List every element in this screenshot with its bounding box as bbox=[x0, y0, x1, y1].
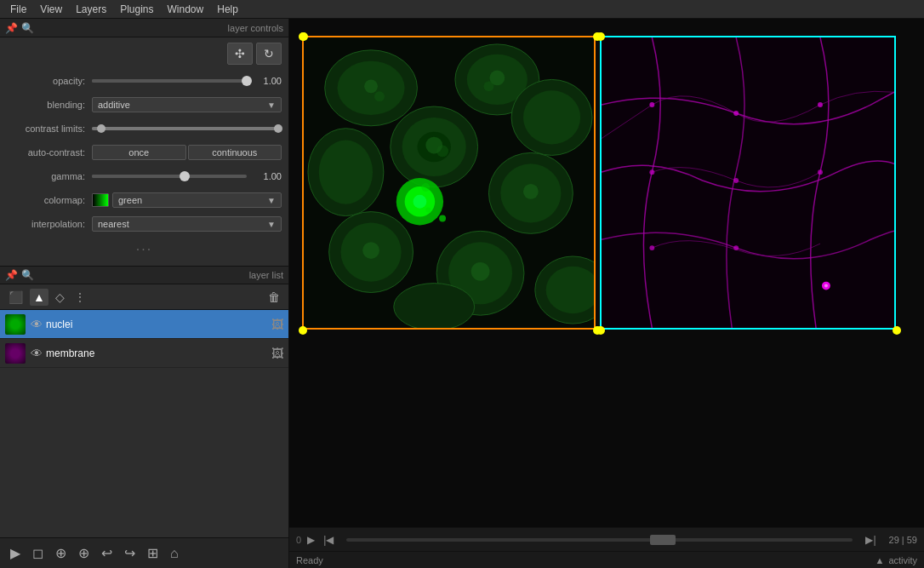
svg-point-42 bbox=[818, 169, 823, 175]
handle-tl-membrane[interactable] bbox=[596, 32, 605, 41]
layer-visibility-nuclei[interactable]: 👁 bbox=[31, 318, 43, 331]
layer-item-membrane[interactable]: 👁 membrane 🖼 bbox=[0, 339, 288, 368]
svg-point-27 bbox=[364, 79, 378, 93]
contrast-thumb-right[interactable] bbox=[274, 124, 282, 133]
activity-label: activity bbox=[888, 555, 917, 565]
layer-thumb-nuclei bbox=[5, 314, 26, 335]
canvas-area[interactable] bbox=[289, 19, 924, 527]
new-layer-button[interactable]: ◻ bbox=[29, 543, 47, 563]
colormap-dropdown-arrow: ▼ bbox=[267, 196, 276, 205]
svg-point-38 bbox=[733, 111, 739, 116]
layer-list-pin-icon[interactable]: 📌 bbox=[5, 269, 18, 281]
svg-point-34 bbox=[362, 242, 379, 259]
handle-bl-membrane[interactable] bbox=[596, 326, 605, 335]
more-options-button[interactable]: ⋮ bbox=[71, 290, 88, 305]
interpolation-row: interpolation: nearest ▼ bbox=[7, 215, 282, 233]
blending-row: blending: additive ▼ bbox=[7, 95, 282, 114]
layer-controls-pin-icon[interactable]: 📌 bbox=[5, 22, 18, 34]
gamma-slider[interactable] bbox=[92, 175, 247, 178]
canvas-playback-bar: 0 ▶ |◀ ▶| 29 | 59 bbox=[289, 527, 924, 551]
menu-plugins[interactable]: Plugins bbox=[113, 2, 160, 17]
menu-file[interactable]: File bbox=[3, 2, 33, 17]
nuclei-visualization bbox=[304, 37, 594, 328]
svg-point-23 bbox=[413, 195, 426, 209]
menu-layers[interactable]: Layers bbox=[69, 2, 113, 17]
auto-contrast-once-button[interactable]: once bbox=[92, 145, 186, 160]
layer-controls-search-icon[interactable]: 🔍 bbox=[21, 22, 34, 34]
menu-help[interactable]: Help bbox=[210, 2, 245, 17]
contrast-row: contrast limits: bbox=[7, 119, 282, 138]
step-end-button[interactable]: ▶| bbox=[863, 532, 878, 548]
controls-top-buttons: ✣ ↻ bbox=[7, 43, 282, 65]
console-button[interactable]: ▶ bbox=[7, 543, 24, 563]
delete-layer-button[interactable]: 🗑 bbox=[265, 289, 283, 306]
frame-position-indicator bbox=[650, 535, 676, 545]
menu-view[interactable]: View bbox=[33, 2, 69, 17]
contrast-slider[interactable] bbox=[92, 127, 282, 130]
colormap-value: green bbox=[118, 195, 142, 205]
grid-button[interactable]: ⊞ bbox=[144, 543, 162, 563]
interpolation-label: interpolation: bbox=[7, 219, 92, 229]
frame-slider[interactable] bbox=[346, 538, 853, 542]
blending-value: additive bbox=[98, 100, 130, 110]
layer-expand-nuclei[interactable]: 🖼 bbox=[271, 318, 283, 331]
step-back-button[interactable]: |◀ bbox=[321, 532, 336, 548]
layer-visibility-membrane[interactable]: 👁 bbox=[31, 347, 43, 360]
frame-number-start: 0 bbox=[296, 535, 301, 545]
new-shapes-button[interactable]: ⊕ bbox=[75, 543, 93, 563]
svg-point-35 bbox=[471, 262, 490, 281]
layer-list-header: 📌 🔍 layer list bbox=[0, 266, 288, 284]
new-points-button[interactable]: ⊕ bbox=[52, 543, 70, 563]
svg-point-43 bbox=[649, 245, 654, 250]
redo-button[interactable]: ↪ bbox=[121, 543, 139, 563]
auto-contrast-label: auto-contrast: bbox=[7, 147, 92, 158]
interpolation-dropdown[interactable]: nearest ▼ bbox=[92, 216, 282, 232]
layer-expand-membrane[interactable]: 🖼 bbox=[271, 347, 283, 360]
auto-contrast-row: auto-contrast: once continuous bbox=[7, 143, 282, 162]
svg-point-32 bbox=[436, 146, 448, 158]
menu-window[interactable]: Window bbox=[161, 2, 211, 17]
svg-point-46 bbox=[824, 284, 828, 288]
handle-tr-membrane[interactable] bbox=[299, 32, 308, 41]
add-points-tool[interactable]: ⬛ bbox=[5, 289, 26, 306]
opacity-value: 1.00 bbox=[252, 76, 282, 86]
membrane-image-container bbox=[600, 36, 896, 330]
contrast-thumb-left[interactable] bbox=[97, 124, 106, 133]
undo-button[interactable]: ↩ bbox=[98, 543, 116, 563]
svg-point-24 bbox=[439, 215, 446, 222]
frame-counter: 29 | 59 bbox=[889, 535, 917, 545]
shapes-tool[interactable]: ◇ bbox=[52, 289, 68, 306]
handle-br-membrane[interactable] bbox=[893, 326, 901, 335]
expand-dots[interactable]: ··· bbox=[7, 238, 282, 261]
layer-list-tools: ⬛ ▲ ◇ ⋮ 🗑 bbox=[0, 284, 288, 310]
rotate-button[interactable]: ↻ bbox=[256, 43, 282, 65]
layer-controls-header: 📌 🔍 layer controls bbox=[0, 19, 288, 37]
colormap-row: colormap: green ▼ bbox=[7, 191, 282, 209]
blending-dropdown[interactable]: additive ▼ bbox=[92, 97, 282, 112]
move-button[interactable]: ✣ bbox=[227, 43, 253, 65]
opacity-row: opacity: 1.00 bbox=[7, 72, 282, 90]
layer-item-nuclei[interactable]: 👁 nuclei 🖼 bbox=[0, 310, 288, 339]
right-area: 0 ▶ |◀ ▶| 29 | 59 Ready ▲ activity bbox=[289, 19, 924, 568]
blending-dropdown-arrow: ▼ bbox=[267, 100, 276, 110]
home-button[interactable]: ⌂ bbox=[167, 544, 182, 563]
layer-name-nuclei: nuclei bbox=[46, 318, 271, 330]
handle-bl-nuclei[interactable] bbox=[299, 326, 307, 335]
bottom-toolbar: ▶ ◻ ⊕ ⊕ ↩ ↪ ⊞ ⌂ bbox=[0, 537, 288, 568]
auto-contrast-continuous-button[interactable]: continuous bbox=[188, 145, 282, 160]
blending-label: blending: bbox=[7, 100, 92, 110]
menubar: File View Layers Plugins Window Help bbox=[0, 0, 924, 19]
contrast-label: contrast limits: bbox=[7, 123, 92, 134]
layer-controls-title: layer controls bbox=[228, 23, 283, 33]
svg-point-39 bbox=[818, 102, 823, 107]
layer-list-search-icon[interactable]: 🔍 bbox=[21, 269, 34, 281]
layer-list-title: layer list bbox=[249, 270, 283, 280]
select-tool[interactable]: ▲ bbox=[30, 289, 48, 306]
opacity-label: opacity: bbox=[7, 76, 92, 86]
svg-point-30 bbox=[484, 81, 494, 91]
colormap-dropdown[interactable]: green ▼ bbox=[112, 192, 282, 208]
activity-button[interactable]: ▲ activity bbox=[875, 555, 917, 565]
left-panel: 📌 🔍 layer controls ✣ ↻ opacity: 1.00 b bbox=[0, 19, 289, 568]
play-button[interactable]: ▶ bbox=[305, 532, 317, 548]
opacity-slider[interactable] bbox=[92, 79, 247, 83]
